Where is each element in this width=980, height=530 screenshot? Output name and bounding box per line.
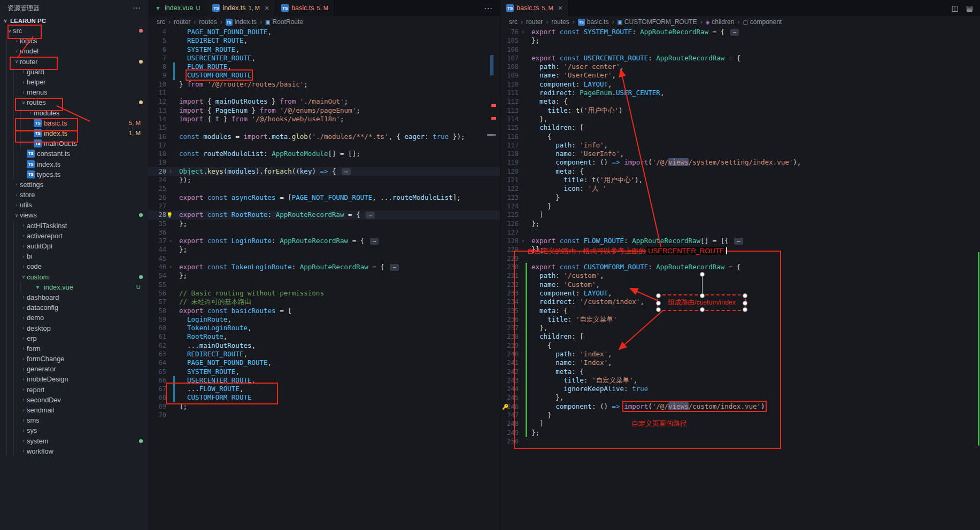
code-line-68[interactable]: 68 CUSTOMFORM_ROUTE: [148, 393, 500, 402]
code-line-119[interactable]: 119 component: () => import('/@/views/sy…: [500, 158, 980, 167]
code-line-115[interactable]: 115 children: [: [500, 123, 980, 132]
code-line-63[interactable]: 63 REDIRECT_ROUTE,: [148, 350, 500, 358]
tree-item-sys[interactable]: ›sys: [0, 425, 148, 435]
code-line-19[interactable]: 19: [148, 158, 500, 167]
code-line-244[interactable]: 244 ignoreKeepAlive: true: [500, 385, 980, 393]
code-line-233[interactable]: 233 component: LAYOUT,: [500, 289, 980, 298]
tree-item-code[interactable]: ›code: [0, 261, 148, 271]
code-line-67[interactable]: 67 ...FLOW_ROUTE,: [148, 385, 500, 393]
tree-item-system[interactable]: ›system: [0, 436, 148, 446]
more-actions-icon[interactable]: ⋯: [133, 3, 141, 13]
code-line-58[interactable]: 58export const basicRoutes = [: [148, 307, 500, 315]
tree-item-bi[interactable]: ›bi: [0, 251, 148, 261]
breadcrumb-item-src[interactable]: src: [509, 18, 518, 26]
tree-item-router[interactable]: ∨router: [0, 57, 148, 67]
code-line-76[interactable]: 76›export const SYSTEM_ROUTE: AppRouteRe…: [500, 28, 980, 36]
code-line-241[interactable]: 241 name: 'Index',: [500, 358, 980, 367]
breadcrumb-item-router[interactable]: router: [526, 18, 543, 26]
tree-item-index.ts[interactable]: TSindex.ts: [0, 159, 148, 169]
lightbulb-icon[interactable]: 💡: [166, 211, 173, 220]
code-line-248[interactable]: 248 ]: [500, 419, 980, 428]
code-line-122[interactable]: 122 icon: '人 ': [500, 184, 980, 193]
tree-item-erp[interactable]: ›erp: [0, 333, 148, 344]
tree-item-secondDev[interactable]: ›secondDev: [0, 395, 148, 405]
code-line-46[interactable]: 46›export const TokenLoginRoute: AppRout…: [148, 263, 500, 271]
code-line-18[interactable]: 18const routeModuleList: AppRouteModule[…: [148, 150, 500, 158]
code-line-108[interactable]: 108 path: '/user-center',: [500, 63, 980, 71]
tree-item-utils[interactable]: ›utils: [0, 200, 148, 210]
code-line-250[interactable]: 250: [500, 437, 980, 446]
code-line-239[interactable]: 239 {: [500, 341, 980, 350]
tab-index.ts[interactable]: TSindex.ts1, M×: [206, 0, 275, 16]
fold-chevron-icon[interactable]: ›: [169, 167, 173, 176]
fold-chevron-icon[interactable]: ›: [521, 28, 525, 36]
split-editor-icon[interactable]: ◫: [952, 4, 959, 12]
editor-actions-icon[interactable]: ⋯: [476, 0, 500, 16]
code-line-229[interactable]: 229: [500, 254, 980, 263]
code-line-113[interactable]: 113 title: t('用户中心'): [500, 106, 980, 115]
tree-item-generator[interactable]: ›generator: [0, 364, 148, 374]
scrollbar-thumb[interactable]: [490, 55, 493, 75]
code-line-55[interactable]: 55: [148, 280, 500, 289]
code-line-228[interactable]: 228}];: [500, 245, 980, 254]
code-line-7[interactable]: 7 USERCENTER_ROUTE,: [148, 54, 500, 63]
code-line-37[interactable]: 37›export const LoginRoute: AppRouteReco…: [148, 237, 500, 245]
code-line-26[interactable]: 26export const asyncRoutes = [PAGE_NOT_F…: [148, 193, 500, 202]
tree-item-custom[interactable]: ∨custom: [0, 272, 148, 282]
breadcrumb-item-routes[interactable]: routes: [199, 18, 217, 26]
code-line-66[interactable]: 66 USERCENTER_ROUTE,: [148, 376, 500, 385]
code-line-11[interactable]: 11: [148, 89, 500, 97]
tree-item-workflow[interactable]: ›workflow: [0, 446, 148, 456]
tab-basic.ts[interactable]: TSbasic.ts5, M×: [500, 0, 569, 16]
tree-item-modules[interactable]: ›modules: [0, 108, 148, 118]
tree-root-learun-pc[interactable]: ∨ LEARUN PC: [0, 16, 148, 26]
breadcrumb-item-RootRoute[interactable]: ▣RootRoute: [265, 18, 303, 26]
code-line-35[interactable]: 35};: [148, 220, 500, 228]
code-line-240[interactable]: 240 path: 'index',: [500, 350, 980, 358]
code-line-56[interactable]: 56// Basic routing without permissions: [148, 289, 500, 298]
code-line-237[interactable]: 237 },: [500, 324, 980, 332]
code-line-242[interactable]: 242 meta: {: [500, 368, 980, 376]
code-line-232[interactable]: 232 name: 'Custom',: [500, 280, 980, 289]
code-line-5[interactable]: 5 REDIRECT_ROUTE,: [148, 36, 500, 45]
code-line-61[interactable]: 61 RootRoute,: [148, 332, 500, 341]
lightbulb-key-icon[interactable]: 🔑: [502, 403, 508, 411]
code-line-69[interactable]: 69];: [148, 402, 500, 411]
code-line-230[interactable]: 230export const CUSTOMFORM_ROUTE: AppRou…: [500, 263, 980, 271]
code-line-121[interactable]: 121 title: t('用户中心'),: [500, 176, 980, 184]
code-line-57[interactable]: 57// 未经许可的基本路由: [148, 298, 500, 306]
tree-item-settings[interactable]: ›settings: [0, 180, 148, 190]
code-line-106[interactable]: 106: [500, 45, 980, 54]
code-line-8[interactable]: 8 FLOW_ROUTE,: [148, 63, 500, 71]
code-line-59[interactable]: 59 LoginRoute,: [148, 315, 500, 324]
tree-item-sms[interactable]: ›sms: [0, 415, 148, 425]
code-line-110[interactable]: 110 component: LAYOUT,: [500, 80, 980, 89]
code-line-36[interactable]: 36: [148, 228, 500, 237]
tree-item-types.ts[interactable]: TStypes.ts: [0, 169, 148, 180]
code-line-114[interactable]: 114 },: [500, 115, 980, 123]
tree-item-src[interactable]: ∨src: [0, 26, 148, 36]
breadcrumb-item-src[interactable]: src: [157, 18, 165, 26]
code-line-12[interactable]: 12import { mainOutRoutes } from './mainO…: [148, 97, 500, 106]
tree-item-auditOpt[interactable]: ›auditOpt: [0, 241, 148, 251]
tree-item-index.vue[interactable]: ▼index.vueU: [0, 282, 148, 292]
code-line-4[interactable]: 4 PAGE_NOT_FOUND_ROUTE,: [148, 28, 500, 36]
layout-icon[interactable]: ▤: [966, 4, 973, 12]
code-line-24[interactable]: 24});: [148, 176, 500, 184]
code-line-245[interactable]: 245 },: [500, 393, 980, 402]
code-line-13[interactable]: 13import { PageEnum } from '/@/enums/pag…: [148, 106, 500, 115]
code-line-62[interactable]: 62 ...mainOutRoutes,: [148, 341, 500, 350]
code-line-107[interactable]: 107export const USERCENTER_ROUTE: AppRou…: [500, 54, 980, 63]
breadcrumb-item-component[interactable]: ▢component: [743, 18, 782, 26]
breadcrumb-item-routes[interactable]: routes: [551, 18, 569, 26]
code-line-127[interactable]: 127: [500, 228, 980, 237]
code-line-17[interactable]: 17: [148, 141, 500, 150]
tree-item-report[interactable]: ›report: [0, 385, 148, 395]
tab-index.vue[interactable]: ▼index.vueU: [148, 0, 206, 16]
tree-item-dataconfig[interactable]: ›dataconfig: [0, 302, 148, 313]
tab-basic.ts[interactable]: TSbasic.ts5, M: [275, 0, 335, 16]
breadcrumb-item-router[interactable]: router: [174, 18, 190, 26]
tree-item-logics[interactable]: ›logics: [0, 36, 148, 46]
code-line-16[interactable]: 16const modules = import.meta.glob('./mo…: [148, 132, 500, 141]
code-line-120[interactable]: 120 meta: {: [500, 167, 980, 176]
